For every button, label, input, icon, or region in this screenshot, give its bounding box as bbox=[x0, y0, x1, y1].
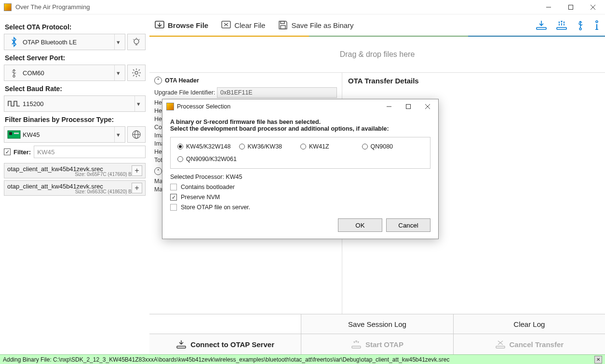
svg-rect-22 bbox=[14, 133, 19, 134]
ok-button[interactable]: OK bbox=[338, 218, 382, 232]
radio-qn9090[interactable]: QN9090/K32W061 bbox=[177, 156, 239, 162]
selected-processor-label: Selected Processor: KW45 bbox=[170, 174, 430, 180]
usb-toolbar-icon[interactable] bbox=[576, 20, 585, 30]
filter-checkbox-label: Filter: bbox=[13, 148, 31, 156]
protocol-value: OTAP Bluetooth LE bbox=[21, 39, 114, 46]
cancel-button[interactable]: Cancel bbox=[386, 218, 430, 232]
svg-point-4 bbox=[134, 39, 139, 44]
processor-dropdown[interactable]: KW45 ▾ bbox=[4, 126, 125, 143]
maximize-button[interactable] bbox=[560, 0, 582, 14]
server-label: Select Server Port: bbox=[5, 54, 146, 62]
bootloader-checkbox-row[interactable]: Contains bootloader bbox=[170, 184, 430, 190]
save-file-button[interactable]: Save File as Binary bbox=[278, 20, 353, 30]
filter-checkbox[interactable]: ✓ bbox=[4, 148, 11, 155]
checkbox-icon bbox=[170, 184, 177, 190]
lightbulb-button[interactable] bbox=[127, 34, 146, 50]
browse-file-button[interactable]: Browse File bbox=[154, 20, 208, 30]
web-button[interactable] bbox=[127, 126, 146, 143]
radio-icon bbox=[177, 144, 183, 149]
save-session-log-button[interactable]: Save Session Log bbox=[301, 314, 453, 334]
server-value: COM60 bbox=[21, 69, 114, 77]
svg-point-36 bbox=[596, 21, 598, 23]
clear-file-button[interactable]: Clear File bbox=[221, 20, 265, 30]
checkbox-icon bbox=[170, 204, 177, 211]
radio-icon bbox=[300, 144, 306, 149]
status-text: Adding Binary File: C:\nxp\SDK_2_12_3_KW… bbox=[3, 356, 450, 363]
server-dropdown[interactable]: COM60 ▾ bbox=[4, 65, 125, 81]
clear-log-button[interactable]: Clear Log bbox=[453, 314, 605, 334]
add-binary-button[interactable]: + bbox=[132, 165, 142, 176]
identifier-value: 0xB1EF11E bbox=[217, 87, 337, 98]
svg-rect-39 bbox=[177, 346, 186, 348]
chevron-down-icon: ▾ bbox=[134, 96, 142, 111]
browse-icon bbox=[154, 20, 165, 30]
drop-zone[interactable]: Drag & drop files here bbox=[149, 37, 605, 72]
dialog-maximize-button[interactable] bbox=[399, 100, 418, 113]
download-icon[interactable] bbox=[536, 20, 547, 30]
titlebar: Over The Air Programming bbox=[0, 0, 605, 14]
radio-qn9080[interactable]: QN9080 bbox=[362, 143, 424, 150]
usb-icon bbox=[7, 68, 21, 78]
chevron-down-icon: ▾ bbox=[114, 34, 122, 50]
dialog-line1: A binary or S-record firmware file has b… bbox=[170, 119, 430, 125]
status-bar: Adding Binary File: C:\nxp\SDK_2_12_3_KW… bbox=[0, 354, 605, 364]
baud-label: Select Baud Rate: bbox=[5, 85, 146, 93]
binary-item[interactable]: otap_client_att_kw45b41zevk.srec Size: 0… bbox=[4, 180, 146, 196]
svg-rect-41 bbox=[496, 346, 505, 348]
store-server-checkbox-row[interactable]: Store OTAP file on server. bbox=[170, 204, 430, 211]
close-button[interactable] bbox=[582, 0, 604, 14]
preserve-nvm-checkbox-row[interactable]: ✓ Preserve NVM bbox=[170, 194, 430, 201]
clear-icon bbox=[221, 20, 231, 30]
svg-rect-1 bbox=[569, 5, 573, 9]
processor-value: KW45 bbox=[21, 131, 114, 138]
svg-point-9 bbox=[13, 75, 15, 77]
ota-header-title: OTA Header bbox=[165, 77, 199, 84]
svg-line-7 bbox=[133, 39, 134, 40]
baud-dropdown[interactable]: 115200 ▾ bbox=[4, 95, 146, 112]
dialog-close-button[interactable] bbox=[418, 100, 437, 113]
binary-size: Size: 0x6633C (418620) B bbox=[75, 189, 132, 194]
svg-rect-33 bbox=[557, 27, 566, 29]
square-wave-icon bbox=[7, 99, 21, 108]
radio-kw36[interactable]: KW36/KW38 bbox=[239, 143, 301, 150]
add-binary-button[interactable]: + bbox=[132, 183, 142, 193]
dialog-line2: Select the development board processor a… bbox=[170, 125, 430, 132]
settings-button[interactable] bbox=[127, 65, 146, 81]
binary-item[interactable]: otap_client_att_kw45b41zevk.srec Size: 0… bbox=[4, 163, 146, 178]
svg-line-18 bbox=[133, 75, 134, 77]
filter-type-label: Filter Binaries by Processor Type: bbox=[5, 116, 146, 123]
svg-point-34 bbox=[579, 28, 581, 30]
start-otap-button[interactable]: Start OTAP bbox=[301, 334, 453, 354]
filter-input[interactable] bbox=[34, 146, 146, 158]
processor-selection-dialog: Processor Selection A binary or S-record… bbox=[162, 99, 439, 239]
wireless-icon[interactable] bbox=[556, 20, 567, 30]
collapse-icon[interactable]: ˄ bbox=[154, 77, 162, 84]
radio-icon bbox=[362, 144, 368, 149]
radio-icon bbox=[177, 156, 183, 162]
connect-icon bbox=[176, 339, 187, 349]
info-icon[interactable] bbox=[593, 20, 600, 30]
window-title: Over The Air Programming bbox=[15, 3, 538, 11]
checkbox-icon: ✓ bbox=[170, 194, 177, 201]
status-close-button[interactable]: ✕ bbox=[594, 356, 602, 364]
app-icon bbox=[4, 3, 12, 11]
dialog-title: Processor Selection bbox=[177, 103, 379, 110]
board-icon bbox=[7, 130, 21, 139]
collapse-icon[interactable]: ˄ bbox=[154, 167, 162, 175]
svg-rect-21 bbox=[9, 132, 12, 135]
cancel-transfer-button[interactable]: Cancel Transfer bbox=[453, 334, 605, 354]
svg-rect-32 bbox=[537, 27, 546, 29]
svg-line-16 bbox=[133, 69, 134, 71]
minimize-button[interactable] bbox=[538, 0, 560, 14]
protocol-dropdown[interactable]: OTAP Bluetooth LE ▾ bbox=[4, 34, 125, 50]
svg-point-11 bbox=[135, 71, 138, 74]
svg-rect-30 bbox=[281, 21, 284, 24]
toolbar: Browse File Clear File Save File as Bina… bbox=[149, 14, 605, 37]
radio-kw45[interactable]: KW45/K32W148 bbox=[177, 143, 239, 150]
chevron-down-icon: ▾ bbox=[114, 65, 122, 81]
svg-rect-45 bbox=[406, 105, 411, 109]
connect-button[interactable]: Connect to OTAP Server bbox=[149, 334, 301, 354]
dialog-minimize-button[interactable] bbox=[379, 100, 399, 113]
binary-size: Size: 0x65F7C (417660) B bbox=[75, 172, 132, 177]
radio-kw41z[interactable]: KW41Z bbox=[300, 143, 362, 150]
